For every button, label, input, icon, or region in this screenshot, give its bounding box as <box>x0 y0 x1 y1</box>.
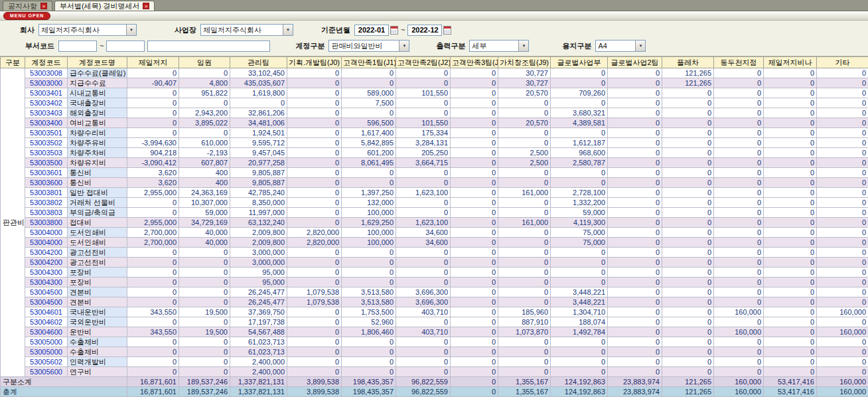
amount-cell[interactable]: 0 <box>608 317 662 327</box>
account-code-cell[interactable]: 53004602 <box>25 317 68 327</box>
amount-cell[interactable]: 0 <box>714 118 764 128</box>
amount-cell[interactable]: 0 <box>817 138 868 148</box>
amount-cell[interactable]: 0 <box>498 347 551 357</box>
amount-cell[interactable]: 0 <box>127 317 179 327</box>
amount-cell[interactable]: 0 <box>714 258 764 268</box>
amount-cell[interactable]: 0 <box>714 178 764 188</box>
amount-cell[interactable]: 8,350,000 <box>230 198 287 208</box>
amount-cell[interactable]: 0 <box>714 88 764 98</box>
amount-cell[interactable]: 0 <box>451 198 498 208</box>
chevron-down-icon[interactable]: ▼ <box>399 40 409 51</box>
account-name-cell[interactable]: 거래처 선물비 <box>68 198 127 208</box>
amount-cell[interactable]: 19,500 <box>179 327 230 337</box>
period-from-input[interactable] <box>354 25 389 36</box>
column-header[interactable]: 고객만족3팀(J3) <box>451 57 498 68</box>
column-header[interactable]: 고객만족1팀(J1) <box>342 57 396 68</box>
account-name-cell[interactable]: 일반 접대비 <box>68 188 127 198</box>
amount-cell[interactable]: 0 <box>287 128 342 138</box>
table-row[interactable]: 판관비53003008급수수료(클레임)0033,102,450000030,7… <box>1 68 868 78</box>
amount-cell[interactable]: 0 <box>342 178 396 188</box>
amount-cell[interactable]: 121,265 <box>662 387 714 397</box>
amount-cell[interactable]: 0 <box>287 158 342 168</box>
amount-cell[interactable]: 0 <box>764 118 817 128</box>
amount-cell[interactable]: 0 <box>714 138 764 148</box>
amount-cell[interactable]: 0 <box>498 268 551 278</box>
table-row[interactable]: 53003402국내출장비00007,500000000000 <box>1 98 868 108</box>
amount-cell[interactable]: 0 <box>287 347 342 357</box>
chevron-down-icon[interactable]: ▼ <box>283 25 293 35</box>
amount-cell[interactable]: -3,090,412 <box>127 158 179 168</box>
amount-cell[interactable]: 0 <box>127 68 179 78</box>
account-name-cell[interactable]: 광고선전비 <box>68 248 127 258</box>
amount-cell[interactable]: 1,924,501 <box>230 128 287 138</box>
amount-cell[interactable]: 0 <box>551 178 608 188</box>
amount-cell[interactable]: 0 <box>127 287 179 297</box>
amount-cell[interactable]: 0 <box>396 178 451 188</box>
amount-cell[interactable]: 101,550 <box>396 88 451 98</box>
amount-cell[interactable]: 0 <box>817 258 868 268</box>
amount-cell[interactable]: 160,000 <box>817 387 868 397</box>
amount-cell[interactable]: 0 <box>127 248 179 258</box>
amount-cell[interactable]: 0 <box>498 128 551 138</box>
account-code-cell[interactable]: 53003501 <box>25 128 68 138</box>
amount-cell[interactable]: 607,807 <box>179 158 230 168</box>
amount-cell[interactable]: 0 <box>179 68 230 78</box>
table-row[interactable]: 53003801일반 접대비2,955,00024,363,16942,785,… <box>1 188 868 198</box>
amount-cell[interactable]: 160,000 <box>817 377 868 387</box>
amount-cell[interactable]: 2,500 <box>498 148 551 158</box>
amount-cell[interactable]: 1,492,784 <box>551 327 608 337</box>
tab-expense-report[interactable]: 부서별(세목) 경비명세서 × <box>54 1 155 11</box>
amount-cell[interactable]: 0 <box>127 258 179 268</box>
chevron-down-icon[interactable]: ▼ <box>635 40 645 51</box>
amount-cell[interactable]: 4,800 <box>179 78 230 88</box>
amount-cell[interactable]: 0 <box>551 278 608 287</box>
amount-cell[interactable]: 33,102,450 <box>230 68 287 78</box>
amount-cell[interactable]: 63,132,240 <box>230 218 287 228</box>
table-row[interactable]: 53004300포장비0095,00000000000000 <box>1 268 868 278</box>
table-row[interactable]: 53003503차량주차비904,218-2,1939,457,0450601,… <box>1 148 868 158</box>
amount-cell[interactable]: 3,899,538 <box>287 377 342 387</box>
amount-cell[interactable]: 0 <box>551 168 608 178</box>
amount-cell[interactable]: 3,620 <box>127 168 179 178</box>
amount-cell[interactable]: 0 <box>764 327 817 337</box>
amount-cell[interactable]: 0 <box>498 278 551 287</box>
amount-cell[interactable]: 0 <box>608 138 662 148</box>
amount-cell[interactable]: 0 <box>764 287 817 297</box>
calendar-icon[interactable] <box>443 26 451 35</box>
amount-cell[interactable]: 0 <box>342 258 396 268</box>
account-code-cell[interactable]: 53003400 <box>25 118 68 128</box>
amount-cell[interactable]: 0 <box>342 108 396 118</box>
table-row[interactable]: 53003601통신비3,6204009,805,88700000000000 <box>1 168 868 178</box>
amount-cell[interactable]: 30,727 <box>498 78 551 88</box>
account-name-cell[interactable]: 국내출장비 <box>68 98 127 108</box>
amount-cell[interactable]: 0 <box>287 88 342 98</box>
amount-cell[interactable]: 0 <box>714 198 764 208</box>
dept-code-to-input[interactable] <box>106 40 145 52</box>
amount-cell[interactable]: 0 <box>498 138 551 148</box>
amount-cell[interactable]: 0 <box>608 108 662 118</box>
amount-cell[interactable]: 0 <box>127 108 179 118</box>
amount-cell[interactable]: 40,000 <box>179 228 230 238</box>
amount-cell[interactable]: 0 <box>451 268 498 278</box>
amount-cell[interactable]: 0 <box>764 178 817 188</box>
amount-cell[interactable]: 0 <box>662 118 714 128</box>
amount-cell[interactable]: 95,000 <box>230 268 287 278</box>
subtotal-row[interactable]: 구분소계16,871,601189,537,2461,337,821,1313,… <box>1 377 868 387</box>
amount-cell[interactable]: 596,500 <box>342 118 396 128</box>
amount-cell[interactable]: 0 <box>662 367 714 377</box>
amount-cell[interactable]: 0 <box>764 297 817 307</box>
amount-cell[interactable]: 403,710 <box>396 327 451 337</box>
amount-cell[interactable]: 610,000 <box>179 138 230 148</box>
amount-cell[interactable]: 0 <box>396 347 451 357</box>
amount-cell[interactable]: 3,513,580 <box>342 297 396 307</box>
table-row[interactable]: 53003403해외출장비02,943,20032,861,206000003,… <box>1 108 868 118</box>
amount-cell[interactable]: 3,000,000 <box>230 258 287 268</box>
amount-cell[interactable]: 160,000 <box>714 327 764 337</box>
amount-cell[interactable]: 343,550 <box>127 327 179 337</box>
table-row[interactable]: 53004602국외운반비0017,197,738052,96000887,91… <box>1 317 868 327</box>
account-name-cell[interactable]: 운반비 <box>68 327 127 337</box>
amount-cell[interactable]: 0 <box>608 337 662 347</box>
amount-cell[interactable]: 0 <box>342 68 396 78</box>
close-icon[interactable]: × <box>143 3 149 9</box>
amount-cell[interactable]: 0 <box>714 188 764 198</box>
